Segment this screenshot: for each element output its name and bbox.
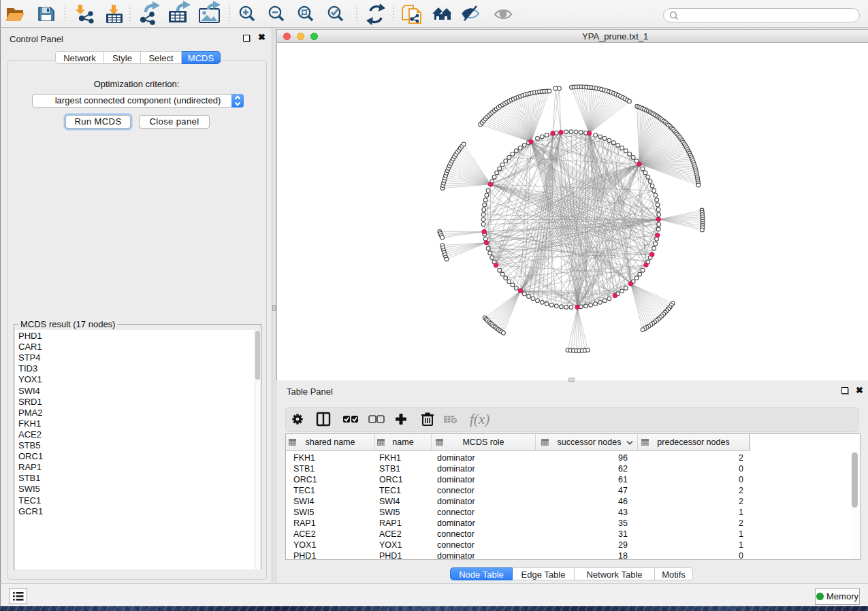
svg-text:f(x): f(x) xyxy=(470,411,489,427)
